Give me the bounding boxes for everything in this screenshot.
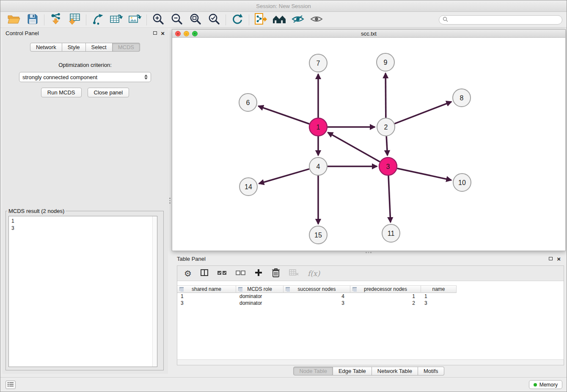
network-canvas[interactable]: 7968124314101511 [172, 38, 565, 251]
graph-node-7[interactable]: 7 [309, 54, 327, 72]
graph-node-1[interactable]: 1 [309, 118, 327, 136]
save-session-button[interactable] [23, 13, 42, 27]
tab-node-table[interactable]: Node Table [293, 367, 333, 375]
deselect-all-button[interactable] [236, 270, 246, 277]
zoom-selected-button[interactable] [205, 13, 223, 27]
graph-node-4[interactable]: 4 [309, 157, 327, 175]
cell-predecessor-nodes[interactable]: 2 [350, 300, 421, 306]
column-header-predecessor-nodes[interactable]: predecessor nodes [350, 285, 421, 293]
close-panel-icon[interactable]: × [161, 30, 165, 36]
table-row[interactable]: 3 dominator 3 2 3 [177, 300, 564, 306]
tab-style[interactable]: Style [62, 43, 86, 52]
graph-node-6[interactable]: 6 [239, 94, 257, 111]
open-file-button[interactable] [5, 13, 23, 27]
export-network-button[interactable] [88, 13, 107, 27]
graph-edge-4-14[interactable] [259, 169, 309, 184]
zoom-in-button[interactable] [149, 13, 168, 27]
graph-edge-3-1[interactable] [328, 133, 380, 162]
column-header-mcds-role[interactable]: MCDS role [236, 285, 284, 293]
import-table-button[interactable] [65, 13, 84, 27]
run-mcds-button[interactable]: Run MCDS [41, 88, 82, 97]
graph-edge-3-11[interactable] [388, 176, 391, 222]
graph-edge-2-3[interactable] [386, 136, 387, 155]
table-settings-button[interactable]: ⚙ [184, 269, 192, 278]
memory-button[interactable]: Memory [529, 380, 562, 389]
vertical-splitter[interactable] [168, 28, 172, 374]
apply-layout-button[interactable] [228, 13, 247, 27]
network-window-titlebar[interactable]: × − + scc.txt [172, 30, 565, 38]
optimization-criterion-select[interactable]: strongly connected component [19, 72, 151, 82]
memory-label: Memory [539, 382, 558, 388]
table-gap [177, 281, 564, 285]
table-row[interactable]: 1 dominator 4 1 1 [177, 293, 564, 300]
tab-edge-table[interactable]: Edge Table [333, 367, 372, 375]
cell-mcds-role[interactable]: dominator [236, 300, 284, 306]
zoom-fit-button[interactable] [186, 13, 205, 27]
table-frame: ⚙ [177, 265, 564, 365]
graph-node-3[interactable]: 3 [379, 157, 397, 175]
column-header-successor-nodes[interactable]: successor nodes [284, 285, 350, 293]
graph-edge-1-6[interactable] [259, 106, 310, 124]
function-builder-button[interactable]: f(x) [308, 269, 320, 278]
column-header-name[interactable]: name [421, 285, 457, 293]
graph-node-2[interactable]: 2 [377, 118, 395, 136]
window-close-button[interactable]: × [175, 31, 181, 36]
column-header-shared-name[interactable]: shared name [177, 285, 236, 293]
graph-node-8[interactable]: 8 [453, 89, 471, 107]
add-column-button[interactable] [254, 268, 263, 279]
zoom-out-icon [171, 13, 183, 27]
cell-shared-name[interactable]: 3 [177, 300, 236, 306]
delete-table-button[interactable] [289, 268, 299, 279]
main-toolbar [0, 12, 567, 28]
delete-button[interactable] [271, 268, 281, 279]
tab-motifs[interactable]: Motifs [418, 367, 444, 375]
window-zoom-button[interactable]: + [192, 31, 198, 36]
graph-node-15[interactable]: 15 [309, 226, 327, 244]
graph-node-10[interactable]: 10 [453, 174, 471, 191]
window-minimize-button[interactable]: − [184, 31, 189, 36]
tab-select[interactable]: Select [86, 43, 113, 52]
table-body: 1 dominator 4 1 1 3 dominator 3 2 3 [177, 293, 564, 359]
mcds-result-text-area[interactable]: 1 3 [8, 216, 157, 367]
graph-node-9[interactable]: 9 [377, 53, 394, 71]
import-network-button[interactable] [47, 13, 65, 27]
cell-name[interactable]: 3 [421, 300, 457, 306]
cell-successor-nodes[interactable]: 4 [284, 293, 350, 300]
search-field[interactable] [439, 15, 562, 25]
network-graph[interactable]: 7968124314101511 [172, 38, 565, 251]
show-hide-button[interactable] [307, 13, 326, 27]
network-from-selection-button[interactable] [251, 13, 270, 27]
svg-text:8: 8 [460, 94, 464, 102]
graph-edge-2-8[interactable] [395, 102, 451, 124]
float-panel-icon[interactable] [153, 31, 157, 35]
export-network-icon [91, 13, 104, 27]
cell-predecessor-nodes[interactable]: 1 [350, 293, 421, 300]
svg-text:1: 1 [317, 124, 320, 131]
close-panel-icon[interactable]: × [557, 256, 561, 262]
select-all-button[interactable] [217, 270, 227, 277]
close-panel-button[interactable]: Close panel [88, 88, 129, 97]
tab-network[interactable]: Network [30, 43, 62, 52]
zoom-out-button[interactable] [168, 13, 186, 27]
float-panel-icon[interactable] [549, 257, 553, 260]
cell-successor-nodes[interactable]: 3 [284, 300, 350, 306]
cell-mcds-role[interactable]: dominator [236, 293, 284, 300]
table-horizontal-scrollbar[interactable] [177, 359, 564, 365]
export-image-button[interactable] [126, 13, 144, 27]
tab-network-table[interactable]: Network Table [372, 367, 418, 375]
graph-edge-2-9[interactable] [385, 73, 386, 118]
gear-icon: ⚙ [184, 269, 192, 278]
cell-name[interactable]: 1 [421, 293, 457, 300]
result-scrollbar[interactable] [152, 216, 157, 367]
cell-shared-name[interactable]: 1 [177, 293, 236, 300]
ndex-button[interactable] [270, 13, 289, 27]
graphics-details-button[interactable] [289, 13, 307, 27]
search-input[interactable] [450, 17, 559, 23]
tab-mcds[interactable]: MCDS [113, 43, 140, 52]
show-columns-button[interactable] [200, 269, 209, 278]
export-table-button[interactable] [107, 13, 126, 27]
graph-node-14[interactable]: 14 [239, 178, 257, 196]
graph-edge-3-10[interactable] [397, 168, 451, 180]
task-history-button[interactable] [6, 381, 16, 389]
graph-node-11[interactable]: 11 [382, 224, 400, 242]
